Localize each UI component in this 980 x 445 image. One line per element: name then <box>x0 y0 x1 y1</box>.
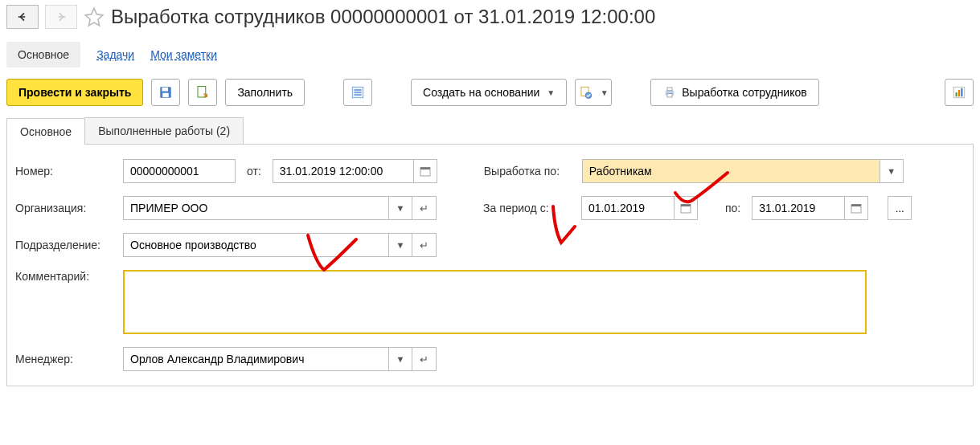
manager-open-button[interactable]: ↵ <box>412 347 437 371</box>
date-field[interactable] <box>273 159 413 183</box>
date-picker-button[interactable] <box>413 159 437 183</box>
comment-field[interactable] <box>123 270 867 334</box>
svg-rect-13 <box>961 88 962 97</box>
period-to-label: по: <box>725 202 740 214</box>
related-docs-icon <box>579 85 593 100</box>
caret-down-icon: ▼ <box>547 88 555 97</box>
output-by-label: Выработка по: <box>484 165 571 178</box>
create-based-on-label: Создать на основании <box>423 86 539 99</box>
caret-down-icon: ▼ <box>601 88 609 97</box>
svg-rect-19 <box>851 204 861 206</box>
svg-rect-2 <box>163 93 170 97</box>
svg-rect-17 <box>681 204 691 206</box>
period-from-picker-button[interactable] <box>674 196 698 220</box>
list-icon-button[interactable] <box>343 79 372 106</box>
output-by-dropdown-button[interactable]: ▼ <box>880 159 904 183</box>
open-external-icon: ↵ <box>420 353 428 365</box>
comment-label: Комментарий: <box>15 270 112 283</box>
svg-rect-15 <box>420 167 430 169</box>
save-floppy-icon <box>158 85 173 100</box>
caret-down-icon: ▼ <box>396 240 405 250</box>
number-field[interactable] <box>123 159 236 183</box>
list-icon <box>351 85 365 100</box>
svg-rect-12 <box>958 90 960 96</box>
arrow-right-icon <box>55 10 68 23</box>
print-button[interactable]: Выработка сотрудников <box>650 79 818 106</box>
period-to-field[interactable] <box>752 196 844 220</box>
favorite-star-icon[interactable] <box>84 6 105 27</box>
print-icon <box>662 85 677 100</box>
svg-rect-9 <box>667 94 672 98</box>
calendar-icon <box>419 165 432 178</box>
period-from-field[interactable] <box>581 196 674 220</box>
open-external-icon: ↵ <box>420 202 428 214</box>
nav-back-button[interactable] <box>6 5 39 29</box>
department-field[interactable] <box>123 233 388 257</box>
manager-dropdown-button[interactable]: ▼ <box>388 347 412 371</box>
fill-button[interactable]: Заполнить <box>225 79 305 106</box>
page-title: Выработка сотрудников 00000000001 от 31.… <box>111 6 655 28</box>
nav-tab-notes[interactable]: Мои заметки <box>150 48 217 61</box>
tab-main[interactable]: Основное <box>6 118 85 145</box>
create-based-on-button[interactable]: Создать на основании ▼ <box>411 79 567 106</box>
post-button[interactable] <box>188 79 217 106</box>
nav-tab-main[interactable]: Основное <box>6 42 80 67</box>
caret-down-icon: ▼ <box>396 354 405 364</box>
manager-field[interactable] <box>123 347 388 371</box>
organization-dropdown-button[interactable]: ▼ <box>388 196 412 220</box>
nav-tab-tasks[interactable]: Задачи <box>96 48 134 61</box>
svg-rect-8 <box>667 88 672 91</box>
department-dropdown-button[interactable]: ▼ <box>388 233 412 257</box>
calendar-icon <box>850 202 863 214</box>
svg-rect-11 <box>956 92 957 96</box>
manager-label: Менеджер: <box>15 353 112 365</box>
reports-button[interactable] <box>945 79 974 106</box>
arrow-left-icon <box>16 10 29 23</box>
period-to-picker-button[interactable] <box>844 196 868 220</box>
period-choose-button[interactable]: ... <box>888 196 912 220</box>
related-button[interactable]: ▼ <box>575 79 612 106</box>
caret-down-icon: ▼ <box>396 203 405 213</box>
department-open-button[interactable]: ↵ <box>412 233 437 257</box>
chart-report-icon <box>952 85 966 100</box>
organization-field[interactable] <box>123 196 388 220</box>
output-by-field[interactable] <box>582 159 880 183</box>
svg-rect-3 <box>198 87 206 98</box>
save-button[interactable] <box>151 79 180 106</box>
caret-down-icon: ▼ <box>887 166 896 176</box>
organization-open-button[interactable]: ↵ <box>412 196 437 220</box>
svg-rect-1 <box>162 88 169 92</box>
nav-forward-button[interactable] <box>45 5 77 29</box>
organization-label: Организация: <box>15 202 112 214</box>
open-external-icon: ↵ <box>420 239 428 251</box>
calendar-icon <box>679 202 692 214</box>
period-from-label: За период с: <box>483 202 570 214</box>
number-label: Номер: <box>15 165 112 178</box>
tab-completed-works[interactable]: Выполненные работы (2) <box>84 117 244 144</box>
date-from-label: от: <box>247 165 261 178</box>
post-and-close-button[interactable]: Провести и закрыть <box>6 79 143 106</box>
print-label: Выработка сотрудников <box>682 86 806 99</box>
document-post-icon <box>195 85 210 100</box>
department-label: Подразделение: <box>15 239 112 251</box>
